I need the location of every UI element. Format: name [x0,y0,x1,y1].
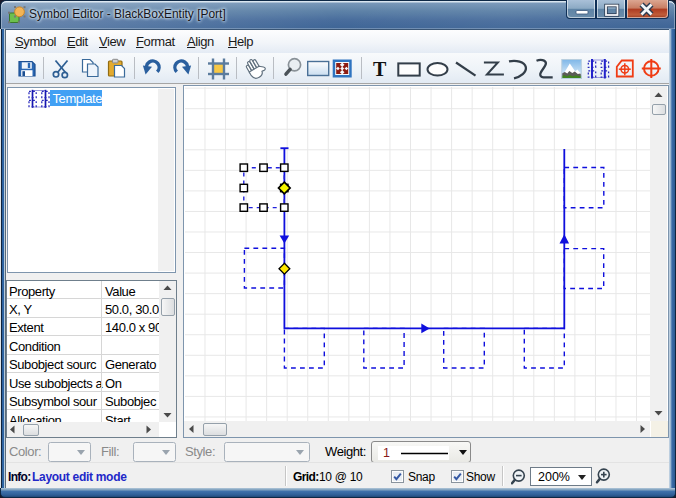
svg-text:T: T [373,58,387,80]
